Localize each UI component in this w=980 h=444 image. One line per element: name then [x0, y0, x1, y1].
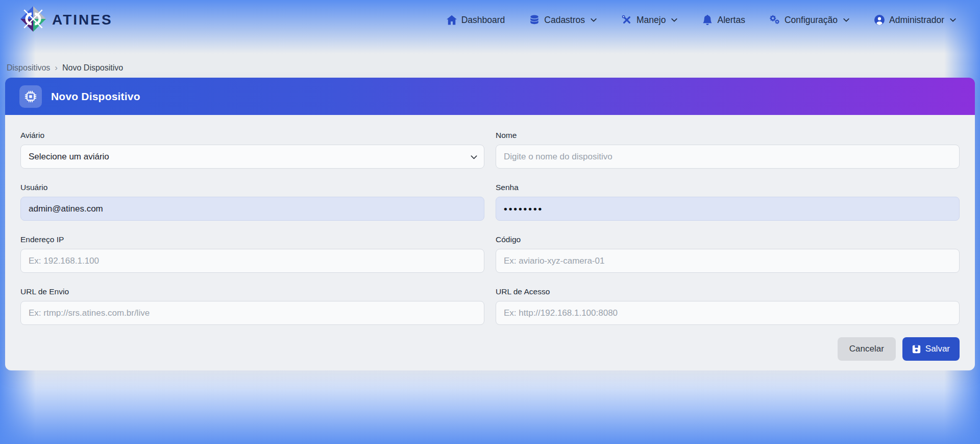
field-group-nome: Nome	[496, 130, 960, 169]
field-group-endereco-ip: Endereço IP	[20, 235, 484, 273]
breadcrumb-separator: ›	[55, 63, 58, 73]
nav-label: Alertas	[717, 15, 745, 26]
chevron-down-icon	[671, 16, 678, 24]
field-group-url-envio: URL de Envio	[20, 287, 484, 325]
atines-diamond-logo-icon	[19, 5, 47, 35]
nav-item-administrador[interactable]: Administrador	[874, 15, 957, 26]
field-group-url-acesso: URL de Acesso	[496, 287, 960, 325]
chip-icon	[19, 85, 42, 108]
nome-input[interactable]	[496, 145, 960, 169]
card-header: Novo Dispositivo	[5, 78, 975, 115]
card-title: Novo Dispositivo	[51, 90, 140, 103]
bell-icon	[702, 15, 713, 25]
cancel-button[interactable]: Cancelar	[838, 337, 896, 361]
tools-icon	[622, 15, 632, 25]
aviario-select[interactable]: Selecione um aviário	[20, 145, 484, 169]
card-body: Aviário Selecione um aviário Nome Usuári…	[5, 115, 975, 370]
nav-item-dashboard[interactable]: Dashboard	[447, 15, 505, 26]
top-navbar: ATINES Dashboard Cadastros	[0, 0, 980, 40]
save-floppy-icon	[912, 345, 921, 354]
breadcrumb-current: Novo Dispositivo	[62, 63, 123, 73]
nome-label: Nome	[496, 130, 960, 141]
endereco-ip-input[interactable]	[20, 249, 484, 273]
chevron-down-icon	[949, 16, 957, 24]
chevron-down-icon	[590, 16, 597, 24]
usuario-input[interactable]	[20, 197, 484, 221]
breadcrumb: Dispositivos › Novo Dispositivo	[0, 40, 980, 78]
aviario-label: Aviário	[20, 130, 484, 141]
nav-item-manejo[interactable]: Manejo	[622, 15, 678, 26]
nav-label: Cadastros	[544, 15, 585, 26]
field-group-senha: Senha	[496, 182, 960, 221]
database-icon	[529, 15, 540, 25]
nav-label: Dashboard	[461, 15, 505, 26]
nav-item-cadastros[interactable]: Cadastros	[529, 15, 597, 26]
field-group-codigo: Código	[496, 235, 960, 273]
cancel-button-label: Cancelar	[849, 344, 884, 354]
home-icon	[447, 15, 457, 25]
chevron-down-icon	[843, 16, 850, 24]
breadcrumb-dispositivos-link[interactable]: Dispositivos	[7, 63, 50, 73]
codigo-input[interactable]	[496, 249, 960, 273]
field-group-usuario: Usuário	[20, 182, 484, 221]
new-device-card: Novo Dispositivo Aviário Selecione um av…	[5, 78, 975, 370]
url-acesso-label: URL de Acesso	[496, 287, 960, 297]
gears-icon	[770, 15, 780, 25]
senha-input[interactable]	[496, 197, 960, 221]
senha-label: Senha	[496, 182, 960, 193]
url-envio-input[interactable]	[20, 301, 484, 325]
nav-label: Manejo	[636, 15, 666, 26]
person-circle-icon	[874, 15, 885, 25]
save-button-label: Salvar	[925, 344, 950, 354]
nav-item-alertas[interactable]: Alertas	[702, 15, 745, 26]
brand-logo[interactable]: ATINES	[19, 5, 113, 35]
url-acesso-input[interactable]	[496, 301, 960, 325]
nav-item-configuracao[interactable]: Configuração	[770, 15, 850, 26]
codigo-label: Código	[496, 235, 960, 245]
nav-label: Administrador	[889, 15, 944, 26]
nav-items: Dashboard Cadastros	[447, 15, 957, 26]
device-form: Aviário Selecione um aviário Nome Usuári…	[20, 130, 960, 325]
field-group-aviario: Aviário Selecione um aviário	[20, 130, 484, 169]
brand-name: ATINES	[52, 12, 113, 28]
usuario-label: Usuário	[20, 182, 484, 193]
save-button[interactable]: Salvar	[902, 337, 960, 361]
form-actions: Cancelar Salvar	[20, 337, 960, 361]
url-envio-label: URL de Envio	[20, 287, 484, 297]
endereco-ip-label: Endereço IP	[20, 235, 484, 245]
nav-label: Configuração	[785, 15, 838, 26]
